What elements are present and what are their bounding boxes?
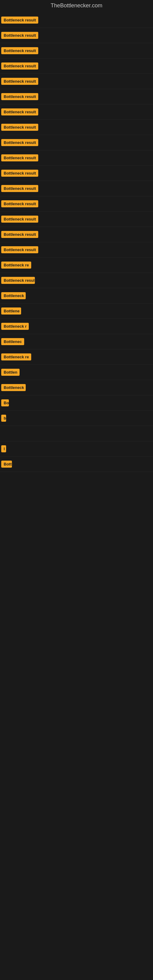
result-row-20: Bottleneck r xyxy=(0,319,153,334)
result-row-16: Bottleneck re xyxy=(0,258,153,273)
result-row-26: b xyxy=(0,411,153,426)
bottleneck-badge-23[interactable]: Bottlen xyxy=(1,369,19,376)
result-row-3: Bottleneck result xyxy=(0,59,153,74)
result-row-19: Bottlene xyxy=(0,304,153,319)
bottleneck-badge-11[interactable]: Bottleneck result xyxy=(1,185,38,192)
result-row-17: Bottleneck resul xyxy=(0,273,153,288)
bottleneck-badge-15[interactable]: Bottleneck result xyxy=(1,246,38,253)
result-row-14: Bottleneck result xyxy=(0,227,153,242)
bottleneck-badge-26[interactable]: b xyxy=(1,415,6,422)
bottleneck-badge-20[interactable]: Bottleneck r xyxy=(1,323,29,330)
result-row-24: Bottleneck xyxy=(0,380,153,395)
result-row-4: Bottleneck result xyxy=(0,74,153,89)
bottleneck-badge-17[interactable]: Bottleneck resul xyxy=(1,277,35,284)
bottleneck-badge-21[interactable]: Bottlenec xyxy=(1,338,24,345)
result-row-8: Bottleneck result xyxy=(0,135,153,150)
result-row-23: Bottlen xyxy=(0,365,153,380)
bottleneck-badge-18[interactable]: Bottleneck xyxy=(1,292,26,299)
site-title: TheBottlenecker.com xyxy=(0,0,153,13)
bottleneck-badge-12[interactable]: Bottleneck result xyxy=(1,200,38,207)
result-row-11: Bottleneck result xyxy=(0,181,153,196)
bottleneck-badge-2[interactable]: Bottleneck result xyxy=(1,47,38,54)
result-row-12: Bottleneck result xyxy=(0,196,153,212)
results-container: Bottleneck resultBottleneck resultBottle… xyxy=(0,13,153,686)
result-row-25: Bo xyxy=(0,395,153,411)
bottleneck-badge-24[interactable]: Bottleneck xyxy=(1,384,26,391)
bottleneck-badge-22[interactable]: Bottleneck re xyxy=(1,353,31,360)
bottleneck-badge-0[interactable]: Bottleneck result xyxy=(1,16,38,24)
result-row-13: Bottleneck result xyxy=(0,212,153,227)
bottleneck-badge-5[interactable]: Bottleneck result xyxy=(1,93,38,100)
bottleneck-badge-19[interactable]: Bottlene xyxy=(1,307,21,315)
result-row-28: l xyxy=(0,441,153,457)
bottleneck-badge-28[interactable]: l xyxy=(1,445,6,452)
result-row-2: Bottleneck result xyxy=(0,43,153,59)
result-row-5: Bottleneck result xyxy=(0,89,153,105)
result-row-18: Bottleneck xyxy=(0,288,153,304)
bottleneck-badge-25[interactable]: Bo xyxy=(1,399,9,406)
result-row-22: Bottleneck re xyxy=(0,350,153,365)
bottleneck-badge-10[interactable]: Bottleneck result xyxy=(1,170,38,177)
bottleneck-badge-4[interactable]: Bottleneck result xyxy=(1,78,38,85)
result-row-0: Bottleneck result xyxy=(0,13,153,28)
result-row-15: Bottleneck result xyxy=(0,242,153,258)
bottleneck-badge-8[interactable]: Bottleneck result xyxy=(1,139,38,146)
result-row-6: Bottleneck result xyxy=(0,105,153,120)
result-row-10: Bottleneck result xyxy=(0,166,153,181)
bottleneck-badge-13[interactable]: Bottleneck result xyxy=(1,216,38,223)
bottleneck-badge-3[interactable]: Bottleneck result xyxy=(1,62,38,70)
result-row-27 xyxy=(0,426,153,441)
bottleneck-badge-16[interactable]: Bottleneck re xyxy=(1,261,31,269)
bottleneck-badge-29[interactable]: Bott xyxy=(1,461,12,468)
result-row-21: Bottlenec xyxy=(0,334,153,350)
bottleneck-badge-6[interactable]: Bottleneck result xyxy=(1,108,38,115)
result-row-29: Bott xyxy=(0,457,153,472)
bottleneck-badge-14[interactable]: Bottleneck result xyxy=(1,231,38,238)
bottleneck-badge-1[interactable]: Bottleneck result xyxy=(1,32,38,39)
result-row-7: Bottleneck result xyxy=(0,120,153,135)
bottleneck-badge-9[interactable]: Bottleneck result xyxy=(1,154,38,161)
result-row-9: Bottleneck result xyxy=(0,150,153,166)
bottleneck-badge-7[interactable]: Bottleneck result xyxy=(1,124,38,131)
result-row-1: Bottleneck result xyxy=(0,28,153,43)
